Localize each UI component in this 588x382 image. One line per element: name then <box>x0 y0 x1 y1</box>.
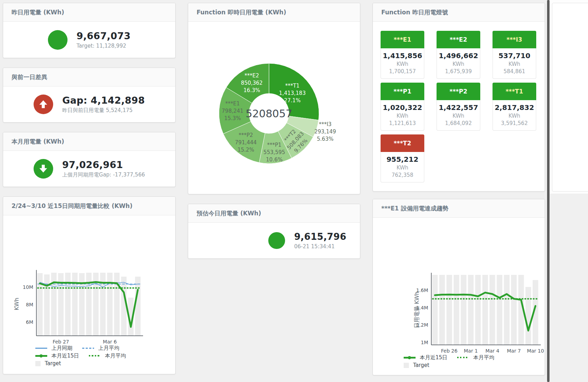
target-bar <box>439 275 445 345</box>
tile-label: ***P2 <box>437 83 480 100</box>
panel-15day-comparison-chart: 2/24~3/10 近15日同期用電量比較 (KWh) 6M8M10MFeb 2… <box>3 196 176 374</box>
kpi-subtitle: Target: 11,128,992 <box>77 43 131 49</box>
tile-body: 1,422,557KWh1,684,092 <box>437 100 480 131</box>
tile-body: 955,212KWh762,358 <box>381 152 424 182</box>
panel-yesterday-usage: 昨日用電量 (KWh) 9,667,073 Target: 11,128,992 <box>3 3 176 58</box>
tile-value: 1,422,557 <box>437 103 480 112</box>
light-tile-I3: ***I3537,710KWh584,861 <box>493 31 536 79</box>
tile-unit: KWh <box>381 165 424 171</box>
tile-target: 584,861 <box>493 68 536 75</box>
partial-card-edge <box>552 3 588 192</box>
target-bar <box>461 275 466 345</box>
target-bar <box>482 275 488 345</box>
y-axis-label: KWh <box>13 298 20 310</box>
target-bar <box>504 275 510 345</box>
legend-label: 本月平均 <box>473 354 494 361</box>
panel-header: 預估今日用電量 (KWh) <box>188 204 360 223</box>
legend-label: Target <box>45 360 61 367</box>
panel-header: 與前一日差異 <box>3 68 175 86</box>
donut-label-E1: ***E1798,24115.3% <box>222 100 243 122</box>
tile-value: 1,415,856 <box>381 51 424 60</box>
panel-realtime-donut: Function 即時日用電量 (KWh) ***T11,413,18327.1… <box>188 3 360 194</box>
tile-target: 1,684,092 <box>437 120 480 126</box>
target-bar <box>490 275 495 345</box>
light-tile-P2: ***P21,422,557KWh1,684,092 <box>437 83 480 131</box>
target-bar <box>475 275 481 345</box>
tile-unit: KWh <box>437 113 480 119</box>
light-tile-grid: ***E11,415,856KWh1,700,157***E21,496,662… <box>373 22 545 182</box>
x-tick-label: Feb 26 <box>441 348 458 354</box>
x-tick-label: Mar 6 <box>103 339 117 345</box>
legend-item[interactable]: 本月近15日 <box>35 353 79 359</box>
arrow-up-glyph <box>38 99 49 110</box>
tile-label: ***T2 <box>381 134 424 152</box>
tile-value: 1,496,662 <box>437 51 480 60</box>
legend-label: 上月同期 <box>51 345 72 352</box>
tile-label: ***E1 <box>381 31 424 48</box>
kpi-value: Gap: 4,142,898 <box>62 95 145 106</box>
tile-label: ***P1 <box>381 83 424 100</box>
y-tick-label: 10M <box>23 284 33 290</box>
x-tick-label: Mar 1 <box>464 348 478 354</box>
kpi-row: 9,667,073 Target: 11,128,992 <box>3 22 175 58</box>
target-bar <box>114 273 120 336</box>
tile-unit: KWh <box>437 61 480 67</box>
tile-target: 1,700,157 <box>381 68 424 75</box>
kpi-value: 97,026,961 <box>62 159 145 170</box>
panel-header: ***E1 設備用電達成趨勢 <box>373 199 545 218</box>
kpi-row: 97,026,961 上個月同期用電Gap: -17,377,566 <box>3 151 175 187</box>
legend-label: Target <box>413 362 429 368</box>
panel-title: Function 昨日用電燈號 <box>381 8 448 16</box>
panel-header: 2/24~3/10 近15日同期用電量比較 (KWh) <box>3 197 175 215</box>
dashboard: 昨日用電量 (KWh) 9,667,073 Target: 11,128,992… <box>0 0 588 382</box>
y-tick-label: 8M <box>26 302 33 307</box>
kpi-subtitle: 上個月同期用電Gap: -17,377,566 <box>62 172 145 178</box>
kpi-row: 9,615,796 06-21 15:34:41 <box>221 223 360 258</box>
legend-item[interactable]: 上月平均 <box>82 345 119 352</box>
arrow-down-icon <box>34 159 53 179</box>
panel-gap-previous-day: 與前一日差異 Gap: 4,142,898 昨日與前日用電量 5,524,175 <box>3 68 176 123</box>
legend-item[interactable]: Target <box>35 360 61 367</box>
kpi-subtitle: 昨日與前日用電量 5,524,175 <box>62 107 145 114</box>
vertical-scrollbar[interactable] <box>547 0 550 382</box>
tile-label: ***E2 <box>437 31 480 48</box>
legend-item[interactable]: 本月近15日 <box>404 354 447 361</box>
x-tick-label: Mar 10 <box>527 348 544 354</box>
panel-header: Function 昨日用電燈號 <box>373 3 545 22</box>
tile-body: 537,710KWh584,861 <box>493 48 536 79</box>
light-tile-T2: ***T2955,212KWh762,358 <box>381 134 424 182</box>
tile-value: 955,212 <box>381 155 424 164</box>
tile-value: 1,020,322 <box>381 103 424 112</box>
donut-label-T1: ***T11,413,18327.1% <box>279 82 306 104</box>
panel-title: 與前一日差異 <box>12 73 47 81</box>
tile-label: ***T1 <box>493 83 536 100</box>
tile-label: ***I3 <box>493 31 536 48</box>
panel-title: 昨日用電量 (KWh) <box>12 8 64 16</box>
panel-title: 預估今日用電量 (KWh) <box>197 209 261 217</box>
tile-value: 2,817,832 <box>493 103 536 112</box>
panel-title: 本月用電量 (KWh) <box>12 138 64 146</box>
tile-unit: KWh <box>493 61 536 67</box>
tile-body: 2,817,832KWh3,591,562 <box>493 100 536 131</box>
status-circle-icon <box>268 232 285 249</box>
target-bar <box>432 275 438 345</box>
x-tick-label: Mar 4 <box>486 348 500 354</box>
legend-item[interactable]: 本月平均 <box>89 353 126 359</box>
tile-value: 537,710 <box>493 51 536 60</box>
donut-center-total: 5208057 <box>246 107 292 120</box>
light-tile-T1: ***T12,817,832KWh3,591,562 <box>493 83 536 131</box>
target-bar <box>511 275 517 345</box>
panel-title: 2/24~3/10 近15日同期用電量比較 (KWh) <box>12 202 133 210</box>
legend-item[interactable]: 上月同期 <box>35 345 72 352</box>
light-tile-P1: ***P11,020,322KWh1,121,613 <box>381 83 424 131</box>
target-bar <box>497 275 502 345</box>
tile-unit: KWh <box>381 113 424 119</box>
legend-item[interactable]: Target <box>404 362 429 368</box>
tile-target: 1,121,613 <box>381 120 424 126</box>
donut-label-P2: ***P2791,44415.2% <box>235 131 257 153</box>
target-bar <box>135 277 141 336</box>
legend-item[interactable]: 本月平均 <box>457 354 494 361</box>
target-bar <box>525 287 531 345</box>
panel-header: 昨日用電量 (KWh) <box>3 3 175 22</box>
e1trend-svg: 1M1.2M1.4M1.6MFeb 26Mar 1Mar 4Mar 7Mar 1… <box>373 218 545 375</box>
